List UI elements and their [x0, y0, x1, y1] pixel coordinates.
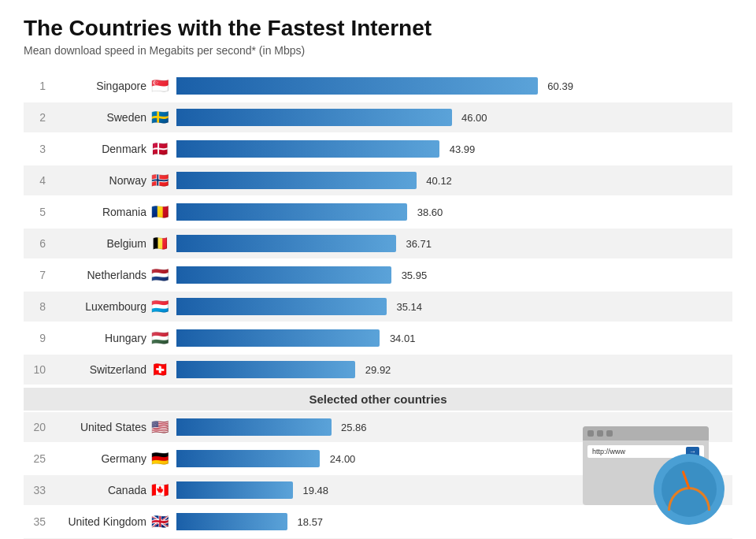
bar-container: 34.01 — [176, 329, 732, 347]
table-row: 6 Belgium 🇧🇪 36.71 — [24, 229, 732, 258]
table-row: 35 United Kingdom 🇬🇧 18.57 — [24, 507, 732, 537]
bar-value: 34.01 — [390, 333, 416, 344]
country-name: Germany — [52, 452, 146, 465]
bar-value: 35.95 — [402, 270, 428, 281]
country-flag: 🇸🇪 — [151, 111, 170, 124]
bar: 46.00 — [176, 109, 452, 126]
bar: 34.01 — [176, 329, 380, 347]
table-row: 8 Luxembourg 🇱🇺 35.14 — [24, 292, 732, 322]
bar-container: 19.48 — [176, 481, 732, 499]
country-name: United States — [52, 421, 146, 433]
rank-label: 1 — [24, 80, 46, 92]
bar: 60.39 — [176, 77, 538, 95]
bar-value: 25.86 — [341, 422, 367, 433]
table-row: 1 Singapore 🇸🇬 60.39 — [24, 71, 732, 101]
bar: 18.57 — [176, 513, 287, 530]
bar-value: 40.12 — [426, 175, 452, 187]
other-bars-container: 20 United States 🇺🇸 25.86 25 Germany 🇩🇪 … — [24, 412, 732, 539]
table-row: 7 Netherlands 🇳🇱 35.95 — [24, 260, 732, 290]
bar-container: 35.95 — [176, 266, 732, 284]
bar-value: 19.48 — [302, 485, 328, 496]
table-row: 5 Romania 🇷🇴 38.60 — [24, 197, 732, 227]
table-row: 33 Canada 🇨🇦 19.48 — [24, 475, 732, 505]
bar-container: 43.99 — [176, 140, 732, 158]
country-flag: 🇩🇰 — [151, 143, 170, 155]
country-name: United Kingdom — [52, 515, 146, 528]
bar: 38.60 — [176, 203, 407, 221]
bar: 25.86 — [176, 418, 332, 436]
bar-value: 36.71 — [406, 238, 432, 250]
chart-area: 1 Singapore 🇸🇬 60.39 2 Sweden 🇸🇪 46.00 3… — [24, 71, 732, 539]
country-name: Netherlands — [52, 269, 146, 281]
section-header: Selected other countries — [24, 388, 732, 411]
rank-label: 33 — [24, 484, 46, 496]
bar-value: 38.60 — [417, 206, 443, 218]
bar: 36.71 — [176, 235, 396, 252]
country-flag: 🇨🇦 — [151, 484, 170, 496]
chart-subtitle: Mean download speed in Megabits per seco… — [24, 44, 732, 57]
bar-container: 35.14 — [176, 298, 732, 315]
country-name: Sweden — [52, 111, 146, 124]
bar: 40.12 — [176, 172, 417, 189]
bar: 35.95 — [176, 266, 391, 284]
rank-label: 6 — [24, 237, 46, 250]
rank-label: 4 — [24, 174, 46, 187]
rank-label: 7 — [24, 269, 46, 281]
country-flag: 🇱🇺 — [151, 300, 170, 313]
table-row: 10 Switzerland 🇨🇭 29.92 — [24, 355, 732, 385]
rank-label: 10 — [24, 363, 46, 376]
bar-value: 60.39 — [547, 80, 573, 92]
rank-label: 9 — [24, 332, 46, 344]
country-flag: 🇭🇺 — [151, 332, 170, 344]
table-row: 20 United States 🇺🇸 25.86 — [24, 412, 732, 442]
country-flag: 🇨🇭 — [151, 363, 170, 376]
country-name: Norway — [52, 174, 146, 187]
country-flag: 🇧🇪 — [151, 237, 170, 250]
rank-label: 25 — [24, 452, 46, 465]
country-name: Singapore — [52, 80, 146, 92]
bar-container: 46.00 — [176, 109, 732, 126]
rank-label: 3 — [24, 143, 46, 155]
bar-container: 60.39 — [176, 77, 732, 95]
bar-container: 38.60 — [176, 203, 732, 221]
bar-container: 18.57 — [176, 513, 732, 530]
bar: 29.92 — [176, 361, 355, 378]
country-name: Denmark — [52, 143, 146, 155]
bar: 19.48 — [176, 481, 293, 499]
bar-container: 36.71 — [176, 235, 732, 252]
country-name: Luxembourg — [52, 300, 146, 313]
bar-value: 35.14 — [396, 301, 422, 313]
bar-value: 24.00 — [330, 453, 356, 465]
bar-value: 18.57 — [298, 516, 324, 528]
country-flag: 🇷🇴 — [151, 206, 170, 218]
rank-label: 2 — [24, 111, 46, 124]
rank-label: 20 — [24, 421, 46, 433]
bar: 35.14 — [176, 298, 387, 315]
bar-container: 40.12 — [176, 172, 732, 189]
bar-container: 25.86 — [176, 418, 732, 436]
table-row: 2 Sweden 🇸🇪 46.00 — [24, 102, 732, 132]
bar-value: 46.00 — [461, 112, 487, 124]
country-name: Canada — [52, 484, 146, 496]
table-row: 3 Denmark 🇩🇰 43.99 — [24, 134, 732, 164]
rank-label: 8 — [24, 300, 46, 313]
country-name: Switzerland — [52, 363, 146, 376]
top-bars-container: 1 Singapore 🇸🇬 60.39 2 Sweden 🇸🇪 46.00 3… — [24, 71, 732, 385]
country-flag: 🇬🇧 — [151, 515, 170, 528]
bar: 24.00 — [176, 450, 320, 467]
country-name: Romania — [52, 206, 146, 218]
bar-container: 24.00 — [176, 450, 732, 467]
table-row: 25 Germany 🇩🇪 24.00 — [24, 444, 732, 474]
bar-container: 29.92 — [176, 361, 732, 378]
rank-label: 35 — [24, 515, 46, 528]
table-row: 9 Hungary 🇭🇺 34.01 — [24, 323, 732, 353]
bar-value: 43.99 — [450, 143, 476, 155]
country-flag: 🇩🇪 — [151, 452, 170, 465]
country-name: Hungary — [52, 332, 146, 344]
country-flag: 🇸🇬 — [151, 80, 170, 92]
country-flag: 🇳🇱 — [151, 269, 170, 281]
country-flag: 🇳🇴 — [151, 174, 170, 187]
chart-title: The Countries with the Fastest Internet — [24, 16, 732, 41]
country-flag: 🇺🇸 — [151, 421, 170, 433]
bar: 43.99 — [176, 140, 439, 158]
